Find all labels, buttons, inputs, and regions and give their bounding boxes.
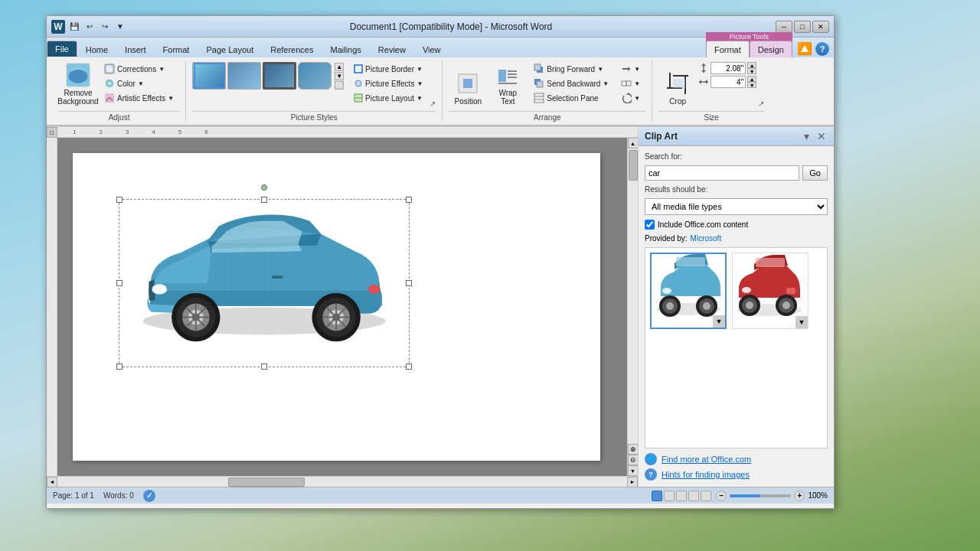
border-dropdown[interactable]: ▼	[416, 66, 423, 73]
gallery-up-arrow[interactable]: ▲	[335, 63, 344, 71]
scroll-right-button[interactable]: ►	[627, 477, 638, 487]
handle-tr[interactable]	[406, 197, 412, 203]
style-thumb-1[interactable]	[192, 62, 226, 90]
rotate-button[interactable]: ▼	[616, 91, 645, 105]
align-button[interactable]: ▼	[616, 62, 645, 76]
tab-home[interactable]: Home	[77, 41, 116, 57]
tab-mailings[interactable]: Mailings	[322, 41, 369, 57]
corrections-dropdown[interactable]: ▼	[158, 66, 165, 73]
help-button[interactable]: ?	[815, 42, 829, 56]
corrections-button[interactable]: Corrections ▼	[99, 62, 179, 76]
group-dropdown[interactable]: ▼	[634, 80, 640, 87]
send-backward-button[interactable]: Send Backward ▼	[528, 77, 614, 90]
rotate-dropdown[interactable]: ▼	[634, 95, 640, 102]
crop-button[interactable]: Crop	[658, 62, 697, 108]
handle-ml[interactable]	[116, 280, 122, 286]
bring-forward-button[interactable]: Bring Forward ▼	[528, 62, 614, 76]
include-office-checkbox[interactable]	[645, 220, 655, 230]
handle-tc[interactable]	[261, 197, 267, 203]
zoom-slider[interactable]	[730, 494, 791, 497]
height-down-button[interactable]: ▼	[747, 68, 756, 74]
gallery-down-arrow[interactable]: ▼	[335, 72, 344, 80]
handle-br[interactable]	[406, 364, 412, 370]
web-layout-view[interactable]	[676, 491, 687, 501]
horizontal-scrollbar[interactable]: ◄ ►	[47, 476, 638, 487]
scroll-thumb-v[interactable]	[629, 150, 638, 181]
save-qa-button[interactable]: 💾	[68, 21, 80, 33]
picture-layout-button[interactable]: Picture Layout ▼	[348, 91, 428, 105]
minimize-ribbon-button[interactable]: 🔼	[797, 41, 812, 56]
tab-format[interactable]: Format	[155, 41, 198, 57]
find-more-link[interactable]: 🌐 Find more at Office.com	[645, 453, 828, 465]
scroll-expand-down[interactable]: ⊖	[628, 455, 639, 465]
scroll-thumb-h[interactable]	[228, 478, 305, 487]
tab-page-layout[interactable]: Page Layout	[198, 41, 262, 57]
height-input[interactable]	[710, 62, 746, 74]
canvas-area[interactable]	[57, 138, 627, 476]
handle-bc[interactable]	[261, 364, 267, 370]
rotate-handle[interactable]	[261, 184, 267, 191]
hints-link[interactable]: ? Hints for finding images	[645, 468, 828, 481]
handle-mr[interactable]	[406, 280, 412, 286]
vertical-scrollbar[interactable]: ▲ ⊕ ⊖ ▼	[627, 138, 638, 476]
height-up-button[interactable]: ▲	[747, 62, 756, 68]
artistic-dropdown[interactable]: ▼	[168, 95, 174, 102]
scroll-left-button[interactable]: ◄	[47, 477, 57, 487]
clip-art-1-dropdown[interactable]: ▼	[713, 315, 725, 328]
width-input[interactable]	[710, 76, 746, 88]
color-dropdown[interactable]: ▼	[138, 80, 144, 87]
size-expand[interactable]: ↗	[758, 99, 764, 108]
print-layout-view[interactable]	[652, 491, 662, 501]
close-button[interactable]: ✕	[812, 21, 829, 33]
panel-close-button[interactable]: ✕	[815, 130, 828, 142]
undo-qa-button[interactable]: ↩	[83, 21, 96, 33]
picture-styles-expand[interactable]: ↗	[430, 99, 436, 108]
align-dropdown[interactable]: ▼	[634, 66, 640, 73]
panel-collapse-button[interactable]: ▾	[800, 130, 812, 142]
results-grid[interactable]: ▼	[645, 247, 828, 448]
zoom-in-button[interactable]: +	[794, 491, 805, 501]
handle-bl[interactable]	[116, 364, 122, 370]
tab-review[interactable]: Review	[370, 41, 414, 57]
scroll-expand-up[interactable]: ⊕	[628, 444, 639, 455]
picture-border-button[interactable]: Picture Border ▼	[348, 62, 428, 76]
layout-dropdown[interactable]: ▼	[416, 95, 423, 102]
car-image-container[interactable]	[119, 199, 410, 367]
gallery-expand-arrow[interactable]: ⬜	[335, 81, 344, 90]
handle-tl[interactable]	[116, 197, 122, 203]
tab-picture-format[interactable]: Format	[706, 41, 750, 57]
qa-more-button[interactable]: ▼	[114, 21, 126, 33]
microsoft-link[interactable]: Microsoft	[691, 234, 722, 243]
go-button[interactable]: Go	[802, 165, 828, 181]
maximize-button[interactable]: □	[794, 21, 811, 33]
minimize-button[interactable]: ─	[776, 21, 792, 33]
redo-qa-button[interactable]: ↪	[99, 21, 111, 33]
width-down-button[interactable]: ▼	[747, 82, 756, 88]
tab-references[interactable]: References	[262, 41, 322, 57]
tab-view[interactable]: View	[414, 41, 449, 57]
scroll-down-button[interactable]: ▼	[628, 465, 639, 476]
picture-effects-button[interactable]: Picture Effects ▼	[348, 77, 428, 90]
draft-view[interactable]	[701, 491, 711, 501]
spell-check-icon[interactable]: ✓	[143, 490, 155, 502]
style-thumb-2[interactable]	[227, 62, 261, 90]
tab-insert[interactable]: Insert	[116, 41, 155, 57]
tab-file[interactable]: File	[47, 41, 77, 57]
search-input[interactable]	[645, 165, 799, 181]
scroll-up-button[interactable]: ▲	[628, 138, 639, 148]
effects-dropdown[interactable]: ▼	[416, 80, 423, 87]
clip-art-item-1[interactable]: ▼	[650, 253, 727, 329]
remove-background-button[interactable]: RemoveBackground	[59, 62, 97, 108]
bring-forward-dropdown[interactable]: ▼	[597, 66, 603, 73]
group-button[interactable]: ▼	[616, 77, 645, 90]
position-button[interactable]: Position	[449, 62, 487, 108]
width-up-button[interactable]: ▲	[747, 76, 756, 82]
tab-picture-design[interactable]: Design	[750, 41, 792, 57]
wrap-text-button[interactable]: Wrap Text	[488, 62, 527, 108]
clip-art-2-dropdown[interactable]: ▼	[795, 316, 808, 328]
zoom-out-button[interactable]: −	[716, 491, 727, 501]
selection-pane-button[interactable]: Selection Pane	[528, 91, 614, 105]
media-type-select[interactable]: All media file types	[645, 198, 828, 215]
artistic-effects-button[interactable]: Artistic Effects ▼	[99, 91, 179, 105]
clip-art-item-2[interactable]: ▼	[732, 253, 808, 329]
